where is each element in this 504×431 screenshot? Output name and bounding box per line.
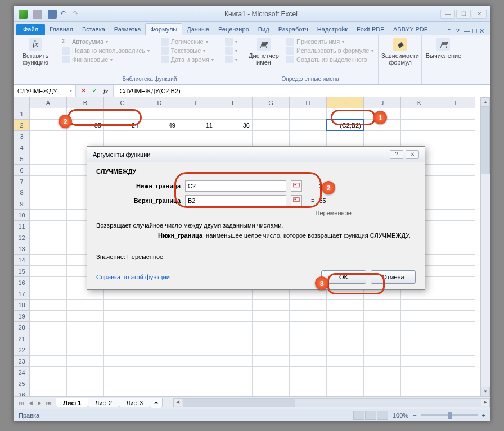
cell-B25[interactable] (67, 378, 104, 389)
ribbon-window-controls[interactable]: — ☐ ✕ (464, 28, 484, 35)
cell-D21[interactable] (141, 333, 178, 344)
ok-button[interactable]: OK (321, 270, 366, 284)
cell-C22[interactable] (104, 344, 141, 356)
close-button[interactable]: ✕ (472, 10, 487, 19)
cell-A12[interactable] (30, 232, 67, 243)
cell-E1[interactable] (178, 108, 215, 120)
cell-L22[interactable] (438, 344, 475, 356)
cell-C19[interactable] (104, 311, 141, 322)
zoom-in-button[interactable]: + (482, 412, 485, 419)
row-header-26[interactable]: 26 (14, 389, 30, 396)
cell-A10[interactable] (30, 210, 67, 221)
name-box-dropdown-icon[interactable]: ▾ (70, 88, 72, 93)
cell-K26[interactable] (401, 389, 438, 396)
cell-L8[interactable] (438, 187, 475, 198)
cell-A18[interactable] (30, 300, 67, 311)
cell-J22[interactable] (364, 344, 401, 356)
calculation-button[interactable]: ▤ Вычисление (426, 38, 460, 59)
cell-A2[interactable] (30, 120, 67, 131)
cell-A13[interactable] (30, 243, 67, 255)
cell-G18[interactable] (253, 300, 290, 311)
cell-D26[interactable] (141, 389, 178, 396)
cell-F1[interactable] (215, 108, 253, 120)
more-button[interactable]: ▾ (225, 56, 237, 63)
cell-B19[interactable] (67, 311, 104, 322)
tab-view[interactable]: Вид (254, 24, 274, 35)
zoom-out-button[interactable]: − (413, 412, 416, 419)
cell-G17[interactable] (253, 288, 290, 300)
cell-D2[interactable]: -49 (141, 120, 178, 131)
cell-L24[interactable] (438, 367, 475, 378)
formula-deps-button[interactable]: ◆ Зависимости формул (383, 38, 417, 66)
col-header-J[interactable]: J (364, 97, 401, 108)
cell-D25[interactable] (141, 378, 178, 389)
save-icon[interactable] (48, 10, 57, 19)
cell-J24[interactable] (364, 367, 401, 378)
cell-E22[interactable] (178, 344, 215, 356)
assign-name-button[interactable]: Присвоить имя▾ (286, 38, 374, 46)
sheet-prev-icon[interactable]: ◀ (26, 399, 34, 407)
col-header-H[interactable]: H (290, 97, 327, 108)
col-header-K[interactable]: K (401, 97, 438, 108)
cell-C26[interactable] (104, 389, 141, 396)
cell-K21[interactable] (401, 333, 438, 344)
row-header-3[interactable]: 3 (14, 131, 30, 142)
cell-E23[interactable] (178, 356, 215, 367)
sheet-tab-1[interactable]: Лист1 (56, 398, 88, 407)
cell-K18[interactable] (401, 300, 438, 311)
cell-L11[interactable] (438, 221, 475, 232)
cell-C3[interactable] (104, 131, 141, 142)
cell-K25[interactable] (401, 378, 438, 389)
cell-B22[interactable] (67, 344, 104, 356)
cell-A4[interactable] (30, 142, 67, 153)
tab-foxit[interactable]: Foxit PDF (352, 24, 389, 35)
cell-A22[interactable] (30, 344, 67, 356)
cell-L20[interactable] (438, 322, 475, 333)
help-icon[interactable]: ? (456, 28, 460, 35)
cell-A11[interactable] (30, 221, 67, 232)
cell-E18[interactable] (178, 300, 215, 311)
undo-icon[interactable]: ↶ (60, 10, 69, 19)
row-header-16[interactable]: 16 (14, 277, 30, 288)
cell-L14[interactable] (438, 255, 475, 266)
cell-L13[interactable] (438, 243, 475, 255)
cell-H21[interactable] (290, 333, 327, 344)
cell-E17[interactable] (178, 288, 215, 300)
cell-I23[interactable] (327, 356, 364, 367)
sheet-first-icon[interactable]: ⏮ (17, 399, 25, 407)
cell-D22[interactable] (141, 344, 178, 356)
cell-A26[interactable] (30, 389, 67, 396)
tab-file[interactable]: Файл (16, 24, 45, 35)
create-from-selection-button[interactable]: Создать из выделенного (286, 56, 374, 63)
lookup-button[interactable]: ▾ (225, 38, 237, 46)
cell-F17[interactable] (215, 288, 253, 300)
cell-L4[interactable] (438, 142, 475, 153)
page-layout-view-button[interactable] (365, 411, 376, 420)
arg2-ref-button[interactable] (291, 195, 302, 206)
cancel-button[interactable]: Отмена (371, 270, 416, 284)
row-header-20[interactable]: 20 (14, 322, 30, 333)
arg1-ref-button[interactable] (291, 180, 302, 192)
cell-I17[interactable] (327, 288, 364, 300)
cell-J26[interactable] (364, 389, 401, 396)
logical-button[interactable]: Логические▾ (161, 38, 214, 46)
cell-E20[interactable] (178, 322, 215, 333)
use-in-formula-button[interactable]: Использовать в формуле▾ (286, 47, 374, 55)
cell-F25[interactable] (215, 378, 253, 389)
cell-A5[interactable] (30, 153, 67, 165)
cell-I2[interactable]: (C2;B2) (327, 120, 364, 131)
cell-H24[interactable] (290, 367, 327, 378)
cell-B20[interactable] (67, 322, 104, 333)
cell-F21[interactable] (215, 333, 253, 344)
scroll-down-icon[interactable]: ▼ (481, 387, 490, 396)
cell-H3[interactable] (290, 131, 327, 142)
cell-G1[interactable] (253, 108, 290, 120)
row-header-24[interactable]: 24 (14, 367, 30, 378)
financial-button[interactable]: Финансовые▾ (62, 56, 150, 63)
row-header-19[interactable]: 19 (14, 311, 30, 322)
cell-F22[interactable] (215, 344, 253, 356)
cell-A17[interactable] (30, 288, 67, 300)
dialog-help-link[interactable]: Справка по этой функции (96, 274, 170, 280)
cell-I22[interactable] (327, 344, 364, 356)
row-header-9[interactable]: 9 (14, 198, 30, 210)
